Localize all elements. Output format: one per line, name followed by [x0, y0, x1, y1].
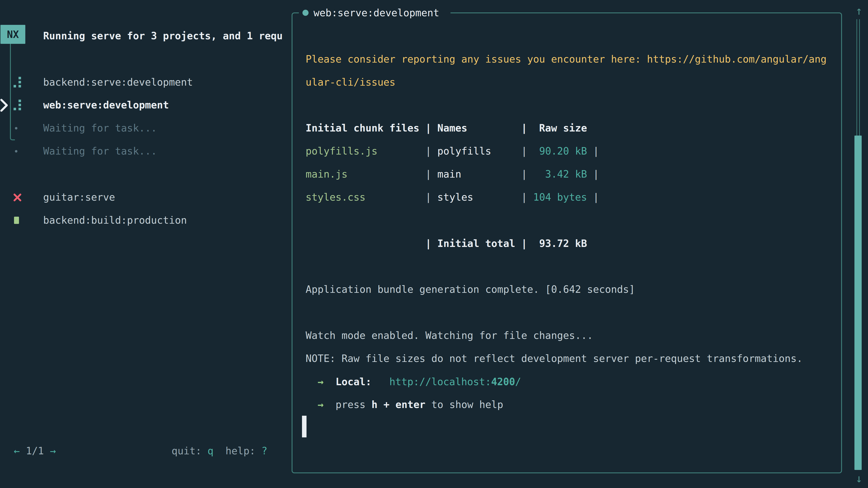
spinner-icon [13, 100, 21, 110]
bundle-complete-message: Application bundle generation complete. … [306, 278, 635, 301]
angular-issue-notice-wrap: ular-cli/issues [306, 71, 395, 94]
pager-position: 1/1 [26, 445, 44, 457]
chunk-table-header: Initial chunk files | Names | Raw size [306, 117, 587, 140]
task-label: backend:build:production [43, 215, 187, 226]
angular-issue-notice: Please consider reporting any issues you… [306, 48, 827, 71]
table-separator: | [306, 238, 437, 249]
task-label: backend:serve:development [43, 76, 193, 88]
initial-total-row: | Initial total | 93.72 kB [306, 232, 587, 255]
scroll-up-icon[interactable]: ↑ [852, 4, 866, 18]
table-separator: | [491, 145, 539, 157]
table-separator: | [366, 191, 437, 203]
waiting-dot-icon [15, 127, 18, 129]
total-value: 93.72 kB [539, 238, 587, 249]
panel-title-label: web:serve:development [313, 7, 439, 19]
local-server-line: →Local:http://localhost:4200/ [318, 370, 521, 393]
selected-task-chevron-icon [0, 98, 8, 112]
help-hint-line: →press h + enter to show help [318, 393, 503, 416]
scrollbar-thumb[interactable] [855, 135, 862, 470]
help-keys: h + enter [371, 399, 425, 410]
table-separator: | [461, 168, 545, 180]
waiting-dot-icon [15, 150, 18, 153]
sidebar-item-guitar-serve[interactable]: guitar:serve [43, 186, 115, 209]
pager-next-arrow-icon[interactable]: → [50, 445, 56, 457]
sidebar-item-web-serve[interactable]: web:serve:development [43, 94, 169, 117]
sidebar-item-backend-serve[interactable]: backend:serve:development [43, 71, 193, 94]
table-separator: | [377, 145, 437, 157]
table-separator: | [587, 191, 599, 203]
table-row: styles.css | styles | 104 bytes | [306, 186, 599, 209]
chunk-file: styles.css [306, 191, 366, 203]
pager-prev-arrow-icon[interactable]: ← [14, 445, 20, 457]
help-pre: press [336, 399, 372, 410]
url-port: 4200 [491, 376, 515, 387]
table-row: main.js | main | 3.42 kB | [306, 163, 599, 186]
watch-mode-message: Watch mode enabled. Watching for file ch… [306, 324, 593, 347]
shortcut-hints: quit: q help: ? [172, 440, 268, 462]
table-separator: | [347, 168, 437, 180]
chunk-name: main [437, 168, 461, 180]
terminal-cursor [302, 416, 307, 437]
chunk-size: 90.20 kB [539, 145, 587, 157]
task-label: guitar:serve [43, 191, 115, 203]
local-url[interactable]: http://localhost:4200/ [389, 376, 521, 387]
chunk-file: polyfills.js [306, 145, 377, 157]
spinner-icon [13, 77, 21, 88]
sidebar-item-waiting-2[interactable]: Waiting for task... [43, 140, 157, 163]
nx-logo: NX [0, 25, 25, 44]
url-prefix: http://localhost: [389, 376, 491, 387]
chunk-size: 3.42 kB [545, 168, 587, 180]
task-label: web:serve:development [43, 99, 169, 111]
scroll-down-icon[interactable]: ↓ [852, 472, 866, 485]
sidebar-title: Running serve for 3 projects, and 1 requ [43, 24, 283, 47]
help-post: to show help [426, 399, 503, 410]
chunk-size: 104 bytes [533, 191, 587, 203]
quit-key[interactable]: q [208, 445, 214, 457]
success-square-icon [14, 217, 19, 224]
table-separator: | [515, 238, 539, 249]
pager: ←1/1→ [14, 440, 56, 462]
url-suffix: / [515, 376, 521, 387]
running-bullet-icon [303, 10, 309, 16]
total-label: Initial total [437, 238, 515, 249]
sidebar-item-backend-build[interactable]: backend:build:production [43, 209, 187, 232]
sidebar-item-waiting-1[interactable]: Waiting for task... [43, 117, 157, 140]
quit-label: quit: [172, 445, 208, 457]
task-label: Waiting for task... [43, 122, 157, 134]
table-separator: | [587, 145, 599, 157]
arrow-right-icon: → [318, 399, 324, 410]
table-row: polyfills.js | polyfills | 90.20 kB | [306, 140, 599, 163]
table-separator: | [473, 191, 533, 203]
help-key[interactable]: ? [261, 445, 268, 457]
task-label: Waiting for task... [43, 145, 157, 157]
task-tree-line [10, 44, 15, 140]
table-separator: | [587, 168, 599, 180]
chunk-name: styles [437, 191, 473, 203]
chunk-file: main.js [306, 168, 347, 180]
arrow-right-icon: → [318, 376, 324, 387]
panel-title: web:serve:development [299, 1, 451, 24]
raw-size-note: NOTE: Raw file sizes do not reflect deve… [306, 347, 803, 370]
chunk-name: polyfills [437, 145, 491, 157]
help-label: help: [213, 445, 261, 457]
local-label: Local: [336, 376, 372, 387]
failed-x-icon [13, 193, 22, 202]
